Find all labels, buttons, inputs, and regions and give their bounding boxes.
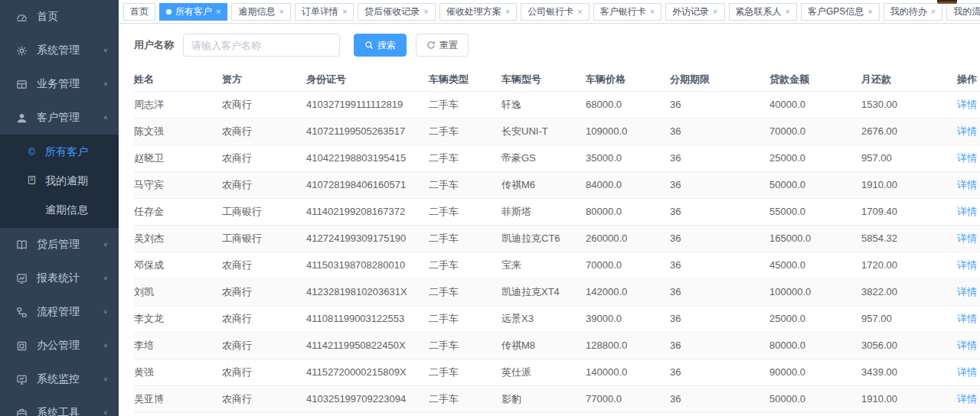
cell-vehicle-type: 二手车 xyxy=(429,305,501,332)
tab-my-process[interactable]: 我的流程× xyxy=(946,3,980,21)
tab-emergency-contacts[interactable]: 紧急联系人× xyxy=(729,3,797,21)
cell-funder: 农商行 xyxy=(222,145,306,171)
col-installments: 分期期限 xyxy=(670,68,769,91)
tab-close-icon[interactable]: × xyxy=(931,8,936,16)
cell-vehicle-type: 二手车 xyxy=(429,198,501,225)
tab-collection-records[interactable]: 贷后催收记录× xyxy=(358,3,435,21)
sidebar-item-my-overdue[interactable]: 我的逾期 xyxy=(0,167,119,196)
tab-home[interactable]: 首页 xyxy=(123,3,155,21)
tab-close-icon[interactable]: × xyxy=(713,8,717,16)
cell-installments: 36 xyxy=(670,225,769,252)
cell-vehicle-model xyxy=(501,412,586,416)
sidebar-item-system-mgmt[interactable]: 系统管理 ∨ xyxy=(0,34,119,67)
sidebar-item-business-mgmt[interactable]: 业务管理 ∨ xyxy=(0,67,119,101)
table-row: 陈文强农商行410721199505263517二手车长安UNI-T109000… xyxy=(134,118,980,145)
cell-vehicle-price: 142000.0 xyxy=(586,278,670,305)
active-tab-dot xyxy=(166,9,172,15)
detail-link[interactable]: 详情 xyxy=(957,393,977,405)
cell-name: 任存金 xyxy=(134,198,222,225)
cell-vehicle-model: 传祺M6 xyxy=(501,171,586,198)
tab-customer-gps[interactable]: 客户GPS信息× xyxy=(801,3,880,21)
search-icon xyxy=(364,41,374,50)
sidebar-item-overdue-info[interactable]: 逾期信息 xyxy=(0,196,119,225)
table-row: 吴刘杰工商银行412724199309175190二手车凯迪拉克CT626000… xyxy=(134,225,980,252)
tab-my-todo[interactable]: 我的待办× xyxy=(884,3,942,21)
cell-monthly-payment: 957.00 xyxy=(861,305,952,332)
cell-monthly-payment: 3439.00 xyxy=(861,359,952,385)
search-input[interactable] xyxy=(183,34,340,57)
tab-close-icon[interactable]: × xyxy=(577,8,582,16)
page-content: 用户名称 搜索 重置 姓名 xyxy=(119,24,980,416)
detail-link[interactable]: 详情 xyxy=(957,179,977,190)
cell-installments: 36 xyxy=(670,332,769,359)
detail-link[interactable]: 详情 xyxy=(957,152,977,164)
tab-close-icon[interactable]: × xyxy=(423,8,428,16)
sidebar-item-office-mgmt[interactable]: 办公管理 ∨ xyxy=(0,329,119,362)
cell-loan-amount: 45000.0 xyxy=(769,252,861,278)
tab-close-icon[interactable]: × xyxy=(867,8,872,16)
dashboard-icon xyxy=(15,11,28,23)
tab-close-icon[interactable]: × xyxy=(342,8,347,16)
gear-icon xyxy=(15,44,28,57)
tab-all-customers[interactable]: 所有客户× xyxy=(159,3,227,21)
search-bar: 用户名称 搜索 重置 xyxy=(134,33,965,57)
tab-overdue-info[interactable]: 逾期信息× xyxy=(231,3,290,21)
cell-installments: 36 xyxy=(670,359,769,385)
detail-link[interactable]: 详情 xyxy=(957,259,977,271)
sidebar-item-label: 报表统计 xyxy=(37,271,103,285)
detail-link[interactable]: 详情 xyxy=(957,340,977,351)
cell-vehicle-type: 二手车 xyxy=(429,145,501,171)
cell-vehicle-type: 二手车 xyxy=(429,252,501,278)
cell-installments: 36 xyxy=(670,278,769,305)
col-monthly-payment: 月还款 xyxy=(861,68,952,91)
sidebar-item-report-stats[interactable]: 报表统计 ∨ xyxy=(0,262,119,295)
sidebar-item-home[interactable]: 首页 xyxy=(0,0,119,34)
cell-vehicle-model: 英仕派 xyxy=(501,359,586,385)
cell-funder: 农商行 xyxy=(222,118,306,145)
cell-loan-amount: 50000.0 xyxy=(769,385,861,412)
tab-close-icon[interactable]: × xyxy=(505,8,510,16)
detail-link[interactable]: 详情 xyxy=(957,313,977,324)
chevron-down-icon: ∨ xyxy=(103,410,108,416)
sidebar-item-system-monitor[interactable]: 系统监控 ∨ xyxy=(0,362,119,396)
chevron-down-icon: ∨ xyxy=(103,81,108,87)
sidebar-item-label: 逾期信息 xyxy=(45,203,88,217)
cell-name: 陈文强 xyxy=(134,118,222,145)
sidebar-item-label: 我的逾期 xyxy=(45,174,88,188)
cell-vehicle-price: 128800.0 xyxy=(586,332,670,359)
cell-loan-amount: 40000.0 xyxy=(769,91,861,118)
detail-link[interactable]: 详情 xyxy=(957,366,977,378)
tab-close-icon[interactable]: × xyxy=(650,8,655,16)
sidebar-item-process-mgmt[interactable]: 流程管理 ∨ xyxy=(0,295,119,329)
reset-button[interactable]: 重置 xyxy=(416,34,469,57)
detail-link[interactable]: 详情 xyxy=(957,125,977,137)
tab-close-icon[interactable]: × xyxy=(279,8,283,16)
detail-link[interactable]: 详情 xyxy=(957,206,977,217)
search-button[interactable]: 搜索 xyxy=(354,34,407,57)
tab-visit-records[interactable]: 外访记录× xyxy=(665,3,724,21)
tab-order-detail[interactable]: 订单详情× xyxy=(295,3,354,21)
detail-link[interactable]: 详情 xyxy=(957,232,977,244)
tab-close-icon[interactable]: × xyxy=(216,8,220,16)
detail-link[interactable]: 详情 xyxy=(957,99,977,110)
cell-installments: 36 xyxy=(670,171,769,198)
tab-customer-bankcard[interactable]: 客户银行卡× xyxy=(593,3,662,21)
sidebar-item-customer-mgmt[interactable]: 客户管理 ∧ xyxy=(0,101,119,135)
chevron-down-icon: ∨ xyxy=(103,275,108,281)
chevron-up-icon: ∧ xyxy=(103,115,108,121)
sidebar-item-postloan-mgmt[interactable]: 贷后管理 ∨ xyxy=(0,228,119,262)
col-id-card: 身份证号 xyxy=(306,68,429,91)
cell-funder: 农商行 xyxy=(222,305,306,332)
sidebar-item-system-tools[interactable]: 系统工具 ∨ xyxy=(0,396,119,416)
table-row: 周志洋农商行410327199111112819二手车轩逸68000.03640… xyxy=(134,91,980,118)
detail-link[interactable]: 详情 xyxy=(957,286,977,297)
book-icon xyxy=(26,175,38,187)
cell-monthly-payment: 2676.00 xyxy=(861,118,952,145)
cell-vehicle-price: 140000.0 xyxy=(586,359,670,385)
tab-close-icon[interactable]: × xyxy=(786,8,790,16)
sidebar-item-all-customers[interactable]: © 所有客户 xyxy=(0,138,119,167)
tab-company-bankcard[interactable]: 公司银行卡× xyxy=(521,3,589,21)
tab-collection-plan[interactable]: 催收处理方案× xyxy=(439,3,517,21)
cell-funder: 工商银行 xyxy=(222,225,306,252)
chevron-down-icon: ∨ xyxy=(103,47,108,54)
